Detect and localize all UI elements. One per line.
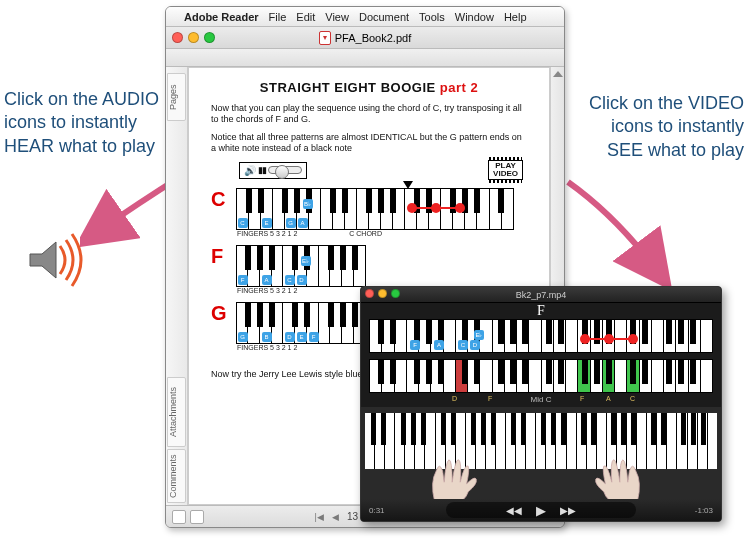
window-titlebar[interactable]: ▾ PFA_Book2.pdf (166, 27, 564, 49)
menu-tools[interactable]: Tools (419, 11, 445, 23)
menu-view[interactable]: View (325, 11, 349, 23)
menu-edit[interactable]: Edit (296, 11, 315, 23)
tab-comments[interactable]: Comments (167, 449, 186, 503)
tab-attachments[interactable]: Attachments (167, 377, 186, 447)
window-minimize-button[interactable] (188, 32, 199, 43)
nav-prev-icon[interactable]: ◀ (332, 512, 339, 522)
arrow-to-video (556, 176, 676, 286)
menu-file[interactable]: File (269, 11, 287, 23)
keyboard-g: G B D E F (236, 302, 366, 344)
keyboard-c: C E G A B♭ (236, 188, 514, 230)
annotation-audio: Click on the AUDIO icons to instantly HE… (4, 88, 164, 158)
video-rewind-icon[interactable]: ◀◀ (506, 505, 522, 516)
sb-tool-1[interactable] (172, 510, 186, 524)
paragraph-2: Notice that all three patterns are almos… (211, 132, 527, 155)
video-real-piano (361, 407, 721, 499)
annotation-video: Click on the VIDEO icons to instantly SE… (584, 92, 744, 162)
chord-label-c: C (211, 188, 233, 211)
video-content: F F A C D E♭ (361, 303, 721, 499)
video-minimize-button[interactable] (378, 289, 387, 298)
keyboard-f: F A C D E♭ (236, 245, 366, 287)
page-title: STRAIGHT EIGHT BOOGIE part 2 (211, 80, 527, 95)
sb-tool-2[interactable] (190, 510, 204, 524)
nav-first-icon[interactable]: |◀ (315, 512, 324, 522)
play-video-button[interactable]: PLAY VIDEO (488, 160, 523, 180)
right-hand (579, 455, 651, 503)
video-close-button[interactable] (365, 289, 374, 298)
sound-icon: 🔊 (244, 165, 256, 176)
chord-label-g: G (211, 302, 233, 325)
paragraph-1: Now that you can play the sequence using… (211, 103, 527, 126)
app-name[interactable]: Adobe Reader (184, 11, 259, 23)
video-diagram-keyboard-top: F A C D E♭ (369, 319, 713, 353)
video-forward-icon[interactable]: ▶▶ (560, 505, 576, 516)
window-close-button[interactable] (172, 32, 183, 43)
reader-toolbar[interactable] (166, 49, 564, 67)
video-time-elapsed: 0:31 (369, 506, 385, 515)
video-play-icon[interactable]: ▶ (536, 503, 546, 518)
menu-document[interactable]: Document (359, 11, 409, 23)
menu-window[interactable]: Window (455, 11, 494, 23)
video-chord-letter: F (361, 303, 721, 319)
video-diagram-keyboard-bottom: D F F A C (369, 359, 713, 393)
audio-play-button[interactable]: 🔊 ▮▮ (239, 162, 307, 179)
window-zoom-button[interactable] (204, 32, 215, 43)
window-title: PFA_Book2.pdf (335, 32, 411, 44)
video-zoom-button[interactable] (391, 289, 400, 298)
fingers-c: FINGERS 5 3 2 1 2 C CHORD (237, 230, 527, 237)
pdf-doc-icon: ▾ (319, 31, 331, 45)
video-time-remaining: -1:03 (695, 506, 713, 515)
tab-pages[interactable]: Pages (167, 73, 186, 121)
speaker-icon (20, 230, 90, 294)
video-player-window[interactable]: Bk2_p7.mp4 F F A C D E♭ (360, 286, 722, 522)
row-c: C (211, 188, 527, 237)
mid-c-label: Mid C (361, 395, 721, 404)
video-titlebar[interactable]: Bk2_p7.mp4 (361, 287, 721, 303)
video-filename: Bk2_p7.mp4 (516, 290, 567, 300)
menu-help[interactable]: Help (504, 11, 527, 23)
left-hand (421, 455, 493, 503)
audio-slider[interactable] (268, 166, 302, 174)
pause-icon: ▮▮ (258, 165, 266, 175)
mac-menubar[interactable]: Adobe Reader File Edit View Document Too… (166, 7, 564, 27)
video-controls[interactable]: 0:31 ◀◀ ▶ ▶▶ -1:03 (361, 499, 721, 521)
side-panel-tabs[interactable]: Pages Attachments Comments (166, 67, 188, 505)
chord-label-f: F (211, 245, 233, 268)
